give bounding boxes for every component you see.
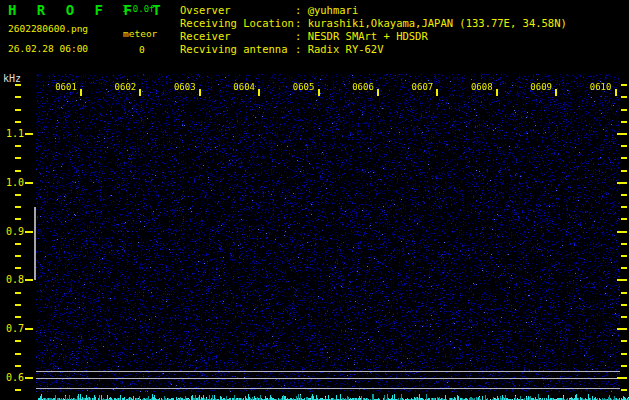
freq-minor-tick — [15, 316, 21, 318]
carrier-signal-line — [36, 388, 620, 389]
freq-right-tick — [621, 267, 627, 269]
freq-right-tick — [621, 255, 627, 257]
freq-right-tick — [621, 243, 627, 245]
carrier-signal-line — [36, 378, 620, 379]
time-tick — [318, 89, 320, 96]
signal-level-strip-canvas — [36, 393, 629, 400]
info-separator: : — [295, 17, 308, 29]
freq-minor-tick — [15, 365, 21, 367]
time-tick-label: 0605 — [292, 82, 316, 92]
freq-right-tick — [621, 145, 627, 147]
freq-right-tick — [617, 377, 627, 379]
freq-tick-label: 0.6 — [0, 372, 24, 383]
freq-tick-label: 0.8 — [0, 274, 24, 285]
vertical-signal-streak — [34, 207, 36, 280]
freq-minor-tick — [15, 353, 21, 355]
freq-minor-tick — [15, 96, 21, 98]
freq-right-tick — [621, 316, 627, 318]
hrofft-window: H R O F F T 1.0.0f 2602280600.png 26.02.… — [0, 0, 629, 400]
station-info-row: Receiving Location: kurashiki,Okayama,JA… — [180, 17, 567, 30]
time-tick-label: 0609 — [529, 82, 553, 92]
freq-minor-tick — [15, 304, 21, 306]
freq-major-tick — [25, 133, 33, 135]
time-tick-label: 0603 — [173, 82, 197, 92]
freq-right-tick — [621, 292, 627, 294]
time-tick — [615, 89, 617, 96]
freq-minor-tick — [15, 340, 21, 342]
freq-minor-tick — [15, 206, 21, 208]
freq-right-tick — [621, 340, 627, 342]
freq-minor-tick — [15, 389, 21, 391]
freq-minor-tick — [15, 157, 21, 159]
time-tick — [496, 89, 498, 96]
freq-tick-label: 1.1 — [0, 128, 24, 139]
info-value: Radix RY-62V — [308, 43, 384, 55]
spectrogram-noise-canvas — [36, 74, 620, 392]
info-label: Receiving Location — [180, 17, 295, 30]
time-tick — [258, 89, 260, 96]
freq-minor-tick — [15, 194, 21, 196]
freq-tick-label: 1.0 — [0, 177, 24, 188]
freq-minor-tick — [15, 84, 21, 86]
time-tick — [139, 89, 141, 96]
info-value: @yuhmari — [308, 4, 359, 16]
freq-major-tick — [25, 182, 33, 184]
freq-right-tick — [617, 279, 627, 281]
time-tick — [555, 89, 557, 96]
freq-right-tick — [621, 304, 627, 306]
freq-right-tick — [617, 328, 627, 330]
freq-right-tick — [621, 365, 627, 367]
freq-right-tick — [617, 182, 627, 184]
freq-minor-tick — [15, 218, 21, 220]
time-tick-label: 0601 — [54, 82, 78, 92]
freq-major-tick — [25, 377, 33, 379]
freq-right-tick — [621, 121, 627, 123]
info-separator: : — [295, 43, 308, 55]
freq-minor-tick — [15, 121, 21, 123]
freq-right-tick — [621, 206, 627, 208]
time-tick — [80, 89, 82, 96]
meteor-count-value: 0 — [139, 44, 145, 55]
freq-axis-unit-label: kHz — [3, 73, 21, 84]
freq-minor-tick — [15, 243, 21, 245]
freq-major-tick — [25, 328, 33, 330]
app-version: 1.0.0f — [122, 4, 155, 14]
freq-right-tick — [621, 109, 627, 111]
time-tick-label: 0607 — [410, 82, 434, 92]
info-separator: : — [295, 30, 308, 42]
freq-minor-tick — [15, 255, 21, 257]
station-info-row: Recviving antenna: Radix RY-62V — [180, 43, 567, 56]
freq-right-tick — [617, 133, 627, 135]
freq-minor-tick — [15, 170, 21, 172]
freq-minor-tick — [15, 292, 21, 294]
freq-right-tick — [621, 218, 627, 220]
freq-right-tick — [621, 84, 627, 86]
output-filename: 2602280600.png — [8, 23, 88, 34]
info-value: kurashiki,Okayama,JAPAN (133.77E, 34.58N… — [308, 17, 567, 29]
freq-right-tick — [617, 231, 627, 233]
freq-right-tick — [621, 170, 627, 172]
info-separator: : — [295, 4, 308, 16]
station-info-row: Receiver: NESDR SMArt + HDSDR — [180, 30, 567, 43]
time-tick — [377, 89, 379, 96]
freq-major-tick — [25, 279, 33, 281]
freq-right-tick — [621, 157, 627, 159]
station-info-row: Ovserver: @yuhmari — [180, 4, 567, 17]
time-tick-label: 0608 — [470, 82, 494, 92]
freq-right-tick — [621, 96, 627, 98]
time-tick-label: 0610 — [589, 82, 613, 92]
freq-minor-tick — [15, 267, 21, 269]
info-label: Ovserver — [180, 4, 295, 17]
time-tick-label: 0602 — [113, 82, 137, 92]
freq-right-tick — [621, 353, 627, 355]
freq-right-tick — [621, 194, 627, 196]
time-tick — [199, 89, 201, 96]
freq-tick-label: 0.7 — [0, 323, 24, 334]
freq-minor-tick — [15, 109, 21, 111]
observation-datetime: 26.02.28 06:00 — [8, 43, 88, 54]
info-label: Receiver — [180, 30, 295, 43]
freq-major-tick — [25, 231, 33, 233]
time-tick-label: 0604 — [232, 82, 256, 92]
time-tick — [436, 89, 438, 96]
carrier-signal-line — [36, 371, 620, 372]
